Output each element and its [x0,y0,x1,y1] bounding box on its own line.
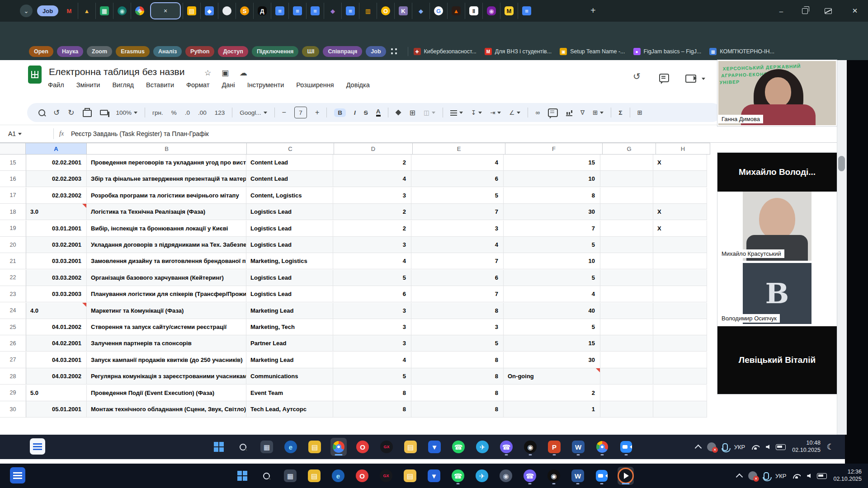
menu-Формат[interactable]: Формат [186,81,210,89]
bookmark-group-ШІ[interactable]: ШІ [302,46,319,57]
borders-button[interactable]: ⊞ [410,108,415,117]
cell-C19[interactable]: Logistics Lead [246,221,333,237]
row-number[interactable]: 22 [0,270,26,286]
cell-C16[interactable]: Content Lead [246,171,333,187]
taskbar-folder-icon[interactable]: ▤ [402,438,419,456]
tab-slides[interactable]: ▤ [183,3,200,19]
page-scrollbar-thumb[interactable] [838,156,845,171]
menu-Вставити[interactable]: Вставити [146,81,174,89]
font-size-input[interactable]: 7 [294,107,307,118]
wifi-icon[interactable] [793,473,801,479]
cell-F25[interactable]: 5 [504,319,600,335]
cell-A25[interactable]: 04.01.2002 [26,319,87,335]
cell-E27[interactable]: 8 [411,352,504,368]
table-convert-icon[interactable]: ⊞ [637,109,642,116]
battery-icon[interactable] [776,444,786,450]
increase-font-size-button[interactable]: + [315,108,319,117]
menu-Розширення[interactable]: Розширення [296,81,334,89]
row-number[interactable]: 30 [0,401,26,418]
taskbar-search-icon[interactable] [258,467,274,485]
text-rotation-button[interactable]: ∠ [509,109,520,116]
cell-G25[interactable] [600,319,653,335]
cell-E26[interactable]: 5 [411,335,504,352]
new-tab-button[interactable]: + [590,5,596,16]
cell-H20[interactable] [653,237,707,253]
decrease-decimals-button[interactable]: .0 [185,109,190,116]
vertical-align-button[interactable]: ↧ [471,109,482,116]
cell-C26[interactable]: Partner Lead [246,335,333,352]
cell-A21[interactable]: 03.03.2001 [26,253,87,269]
row-number[interactable]: 28 [0,368,26,385]
column-header-C[interactable]: C [247,143,334,155]
taskbar-start-icon[interactable] [211,438,227,456]
taskbar-zoom-app-icon[interactable] [594,467,610,485]
text-color-button[interactable]: A [376,108,381,117]
cell-F27[interactable]: 30 [504,352,600,368]
taskbar-save-icon[interactable]: ▼ [426,467,442,485]
tab-s-orange[interactable]: S [236,3,253,19]
cell-C25[interactable]: Marketing, Tech [246,319,333,335]
window-close-button[interactable]: ✕ [844,0,865,22]
cell-B27[interactable]: Запуск кампанії продажів квитків (до 250… [87,352,246,368]
cell-F20[interactable]: 5 [504,237,600,253]
cell-A27[interactable]: 04.03.2001 [26,352,87,368]
cell-D17[interactable]: 3 [333,188,411,204]
cell-G21[interactable] [600,253,653,269]
insert-chart-button[interactable] [566,109,572,116]
cell-G30[interactable] [600,401,653,418]
cell-G29[interactable] [600,385,653,401]
row-number[interactable]: 24 [0,303,26,319]
tab-gmail[interactable]: M [61,3,78,19]
row-number[interactable]: 27 [0,352,26,368]
increase-decimals-button[interactable]: .00 [198,109,207,116]
comments-icon[interactable] [659,74,669,82]
row-number[interactable]: 25 [0,319,26,335]
cell-D22[interactable]: 5 [333,270,411,286]
row-number[interactable]: 21 [0,253,26,269]
cell-H26[interactable] [653,335,707,352]
night-mode-icon[interactable]: ☾ [827,442,834,452]
cell-D26[interactable]: 3 [333,335,411,352]
cell-D18[interactable]: 2 [333,204,411,220]
version-history-icon[interactable]: ↺ [633,71,641,82]
cell-F21[interactable]: 10 [504,253,600,269]
taskbar-whatsapp-icon[interactable]: ☎ [450,467,466,485]
tab-robot[interactable]: ◉ [482,3,500,19]
tab-miro[interactable]: M [500,3,518,19]
tray-microphone-icon[interactable] [722,443,728,451]
cell-D29[interactable]: 8 [333,385,411,401]
cell-G16[interactable] [600,171,653,187]
cell-B24[interactable]: Маркетинг та Комунікації (Фаза) [87,303,246,319]
taskbar-opera-gx-icon[interactable]: GX [378,467,394,485]
decrease-font-size-button[interactable]: − [282,108,286,117]
cell-B20[interactable]: Укладання договорів з підрядниками на Те… [87,237,246,253]
bookmark-group-Наука[interactable]: Наука [57,46,83,57]
cell-E15[interactable]: 4 [411,155,504,171]
taskbar-clock[interactable]: 12:3602.10.2025 [833,469,862,483]
tab-drive[interactable]: ▲ [78,3,95,19]
document-title[interactable]: Електронна таблиця без назви [49,66,184,77]
tab-warning[interactable]: ▲ [447,3,465,19]
taskbar-edge-icon[interactable]: e [283,438,299,456]
battery-icon[interactable] [817,473,827,479]
cell-A30[interactable]: 05.01.2001 [26,401,87,418]
taskbar-save-icon[interactable]: ▼ [426,438,443,456]
tab-google[interactable]: G [429,3,447,19]
menu-Файл[interactable]: Файл [48,81,64,89]
cell-A20[interactable]: 03.02.2001 [26,237,87,253]
row-number[interactable]: 17 [0,188,26,204]
cell-D16[interactable]: 4 [333,171,411,187]
bookmark-item[interactable]: ●FigJam basics – FigJ... [633,46,702,57]
bookmark-group-Аналіз[interactable]: Аналіз [153,46,182,57]
tab-analytics[interactable]: ▥ [359,3,377,19]
column-header-D[interactable]: D [334,143,413,155]
window-restore-button[interactable] [794,0,815,22]
cell-A24[interactable]: 4.0 [26,303,87,319]
row-number[interactable]: 23 [0,286,26,302]
currency-format-button[interactable]: грн. [152,109,163,116]
cell-H24[interactable] [653,303,707,319]
cell-F29[interactable]: 2 [504,385,600,401]
tab-doc-3[interactable]: ≡ [306,3,324,19]
cell-E20[interactable]: 4 [411,237,504,253]
column-header-G[interactable]: G [603,143,656,155]
